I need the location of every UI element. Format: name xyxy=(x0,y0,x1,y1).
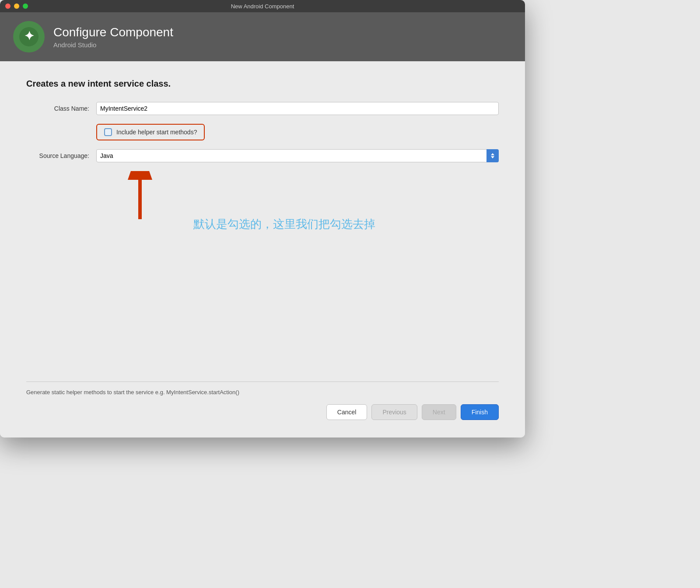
class-name-row: Class Name: xyxy=(26,102,499,115)
android-studio-logo: ✦ xyxy=(13,21,45,52)
checkbox-label: Include helper start methods? xyxy=(116,129,197,136)
source-language-select[interactable]: Java Kotlin xyxy=(96,149,499,162)
source-language-select-wrapper: Java Kotlin xyxy=(96,149,499,162)
checkbox-row: Include helper start methods? xyxy=(96,124,499,140)
section-title: Creates a new intent service class. xyxy=(26,79,499,89)
hint-text: Generate static helper methods to start … xyxy=(26,389,499,396)
checkbox-annotation-box: Include helper start methods? xyxy=(96,124,205,140)
traffic-lights xyxy=(5,4,28,9)
bottom-area: Generate static helper methods to start … xyxy=(26,382,499,429)
close-button[interactable] xyxy=(5,4,10,9)
maximize-button[interactable] xyxy=(23,4,28,9)
header-text: Configure Component Android Studio xyxy=(53,25,173,49)
wizard-title: Configure Component xyxy=(53,25,173,39)
title-bar: New Android Component xyxy=(0,0,525,12)
annotation-area: 默认是勾选的，这里我们把勾选去掉 xyxy=(114,171,499,232)
helper-methods-checkbox[interactable] xyxy=(104,128,112,136)
wizard-subtitle: Android Studio xyxy=(53,41,173,49)
svg-text:✦: ✦ xyxy=(24,29,34,43)
form-area: Creates a new intent service class. Clas… xyxy=(26,79,499,382)
main-content: Creates a new intent service class. Clas… xyxy=(0,61,525,438)
finish-button[interactable]: Finish xyxy=(461,404,499,420)
window-title: New Android Component xyxy=(231,3,294,10)
source-language-label: Source Language: xyxy=(26,152,96,159)
previous-button: Previous xyxy=(371,404,417,420)
next-button: Next xyxy=(422,404,456,420)
cancel-button[interactable]: Cancel xyxy=(326,404,368,420)
button-row: Cancel Previous Next Finish xyxy=(26,404,499,429)
class-name-input[interactable] xyxy=(96,102,499,115)
divider xyxy=(26,382,499,382)
source-language-row: Source Language: Java Kotlin xyxy=(26,149,499,162)
class-name-label: Class Name: xyxy=(26,105,96,112)
wizard-header: ✦ Configure Component Android Studio xyxy=(0,12,525,61)
minimize-button[interactable] xyxy=(14,4,19,9)
red-arrow-svg xyxy=(114,171,166,224)
